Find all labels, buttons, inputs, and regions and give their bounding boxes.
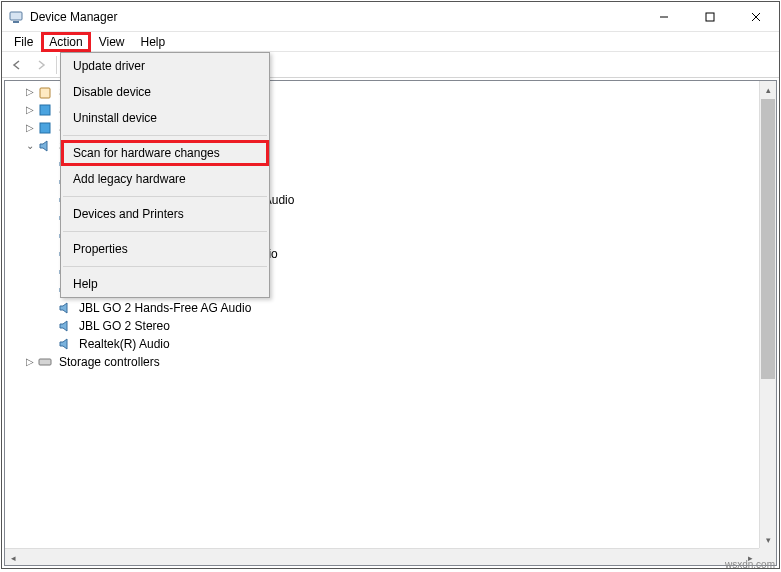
menu-help[interactable]: Help bbox=[61, 271, 269, 297]
menu-view[interactable]: View bbox=[91, 34, 133, 50]
chevron-right-icon[interactable]: ▷ bbox=[23, 85, 37, 99]
menu-update-driver[interactable]: Update driver bbox=[61, 53, 269, 79]
speaker-icon bbox=[37, 138, 53, 154]
scrollbar-horizontal[interactable]: ◂ ▸ bbox=[5, 548, 759, 565]
speaker-icon bbox=[57, 300, 73, 316]
svg-rect-1 bbox=[13, 21, 19, 23]
tree-row[interactable]: JBL GO 2 Hands-Free AG Audio bbox=[9, 299, 776, 317]
menu-action[interactable]: Action bbox=[41, 32, 90, 52]
titlebar: Device Manager bbox=[2, 2, 779, 32]
menu-separator bbox=[63, 266, 267, 267]
forward-button[interactable] bbox=[30, 54, 52, 76]
menubar: File Action View Help bbox=[2, 32, 779, 52]
scroll-up-icon[interactable]: ▴ bbox=[760, 81, 777, 98]
scrollbar-thumb[interactable] bbox=[761, 99, 775, 379]
tree-label: JBL GO 2 Hands-Free AG Audio bbox=[77, 299, 253, 317]
svg-rect-3 bbox=[706, 13, 714, 21]
menu-add-legacy[interactable]: Add legacy hardware bbox=[61, 166, 269, 192]
svg-rect-6 bbox=[40, 88, 50, 98]
tree-label: JBL GO 2 Stereo bbox=[77, 317, 172, 335]
back-button[interactable] bbox=[6, 54, 28, 76]
security-icon bbox=[37, 84, 53, 100]
menu-disable-device[interactable]: Disable device bbox=[61, 79, 269, 105]
speaker-icon bbox=[57, 336, 73, 352]
menu-separator bbox=[63, 231, 267, 232]
chevron-right-icon[interactable]: ▷ bbox=[23, 103, 37, 117]
close-button[interactable] bbox=[733, 2, 779, 32]
action-menu-dropdown: Update driver Disable device Uninstall d… bbox=[60, 52, 270, 298]
chevron-down-icon[interactable]: ⌄ bbox=[23, 139, 37, 153]
svg-rect-9 bbox=[39, 359, 51, 365]
menu-properties[interactable]: Properties bbox=[61, 236, 269, 262]
software-icon bbox=[37, 102, 53, 118]
app-icon bbox=[8, 9, 24, 25]
tree-row[interactable]: Realtek(R) Audio bbox=[9, 335, 776, 353]
software-icon bbox=[37, 120, 53, 136]
chevron-right-icon[interactable]: ▷ bbox=[23, 355, 37, 369]
window-controls bbox=[641, 2, 779, 32]
menu-scan-hardware[interactable]: Scan for hardware changes bbox=[61, 140, 269, 166]
menu-separator bbox=[63, 196, 267, 197]
speaker-icon bbox=[57, 318, 73, 334]
svg-rect-8 bbox=[40, 123, 50, 133]
toolbar-separator bbox=[56, 56, 57, 74]
menu-file[interactable]: File bbox=[6, 34, 41, 50]
tree-label: Realtek(R) Audio bbox=[77, 335, 172, 353]
scroll-left-icon[interactable]: ◂ bbox=[5, 549, 22, 566]
scrollbar-vertical[interactable]: ▴ ▾ bbox=[759, 81, 776, 548]
chevron-right-icon[interactable]: ▷ bbox=[23, 121, 37, 135]
svg-rect-7 bbox=[40, 105, 50, 115]
watermark: wsxdn.com bbox=[725, 559, 775, 570]
menu-devices-printers[interactable]: Devices and Printers bbox=[61, 201, 269, 227]
scroll-down-icon[interactable]: ▾ bbox=[760, 531, 777, 548]
menu-uninstall-device[interactable]: Uninstall device bbox=[61, 105, 269, 131]
minimize-button[interactable] bbox=[641, 2, 687, 32]
tree-label: Storage controllers bbox=[57, 353, 162, 371]
storage-icon bbox=[37, 354, 53, 370]
maximize-button[interactable] bbox=[687, 2, 733, 32]
svg-rect-0 bbox=[10, 12, 22, 20]
window-title: Device Manager bbox=[30, 10, 641, 24]
menu-help[interactable]: Help bbox=[133, 34, 174, 50]
menu-separator bbox=[63, 135, 267, 136]
tree-row[interactable]: ▷Storage controllers bbox=[9, 353, 776, 371]
tree-row[interactable]: JBL GO 2 Stereo bbox=[9, 317, 776, 335]
